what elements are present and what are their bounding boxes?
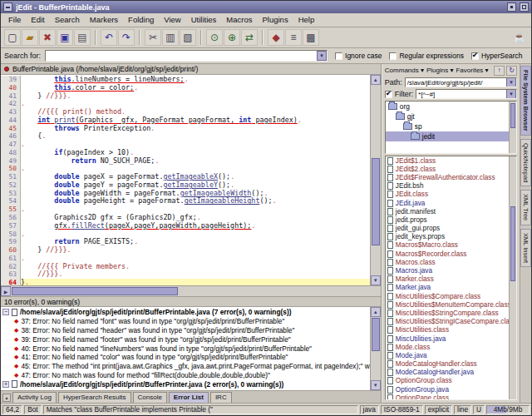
editor-vertical-scrollbar[interactable]: ▲ ▼ <box>370 75 381 285</box>
tree-node-jedit[interactable]: jedit <box>386 131 516 141</box>
filter-combo[interactable]: *[^~#] ▼ <box>416 89 517 99</box>
vertical-scrollbar-thumb[interactable] <box>372 158 380 245</box>
code-line[interactable]: 60 } //}}}. <box>1 246 370 255</box>
file-item[interactable]: MiscUtilities$StringCompare.class <box>386 309 516 317</box>
code-line[interactable]: 41 } //}}}. <box>1 92 370 101</box>
file-item[interactable]: MiscUtilities$StringICaseCompare.class <box>386 318 516 326</box>
file-item[interactable]: ModeCatalogHandler.class <box>386 360 516 369</box>
menu-folding[interactable]: Folding <box>123 13 159 27</box>
find-next-icon[interactable]: ⊕ <box>224 29 240 46</box>
file-item[interactable]: MiscUtilities$MenuItemCompare.class <box>386 300 516 309</box>
file-item[interactable]: Macros.java <box>386 266 516 275</box>
memory-status[interactable]: 4Mb/9Mb <box>486 405 530 414</box>
open-file-icon[interactable]: ▰ <box>22 29 38 46</box>
undo-icon[interactable]: ↶ <box>101 29 117 46</box>
tab-hypersearch-results[interactable]: HyperSearch Results <box>58 392 131 403</box>
fsb-menu-plugins[interactable]: Plugins ▾ <box>426 67 453 74</box>
file-item[interactable]: jedit_gui.props <box>386 225 516 233</box>
file-list-scrollbar-thumb[interactable] <box>510 206 515 281</box>
code-line[interactable]: 64}. <box>1 279 370 285</box>
menu-help[interactable]: Help <box>293 13 320 27</box>
file-item[interactable]: OptionPane.class <box>386 394 516 400</box>
file-item[interactable]: JEdit$2.class <box>386 165 516 173</box>
tree-node-org[interactable]: org <box>386 102 516 111</box>
file-item[interactable]: jedit.manifest <box>386 207 516 215</box>
tree-scrollbar[interactable] <box>509 102 516 153</box>
plugin-manager-icon[interactable]: ▩ <box>303 29 319 46</box>
code-line[interactable]: 63 //}}}. <box>1 270 370 279</box>
menu-file[interactable]: File <box>3 13 26 27</box>
horizontal-scrollbar-thumb[interactable] <box>12 287 178 295</box>
error-row[interactable]: ◆38: Error: No field named "header" was … <box>1 326 370 335</box>
code-line[interactable]: 57 gfx.fillRect(pageX,pageY,pageWidth,pa… <box>1 222 370 230</box>
window-menu-icon[interactable] <box>3 2 12 12</box>
cut-icon[interactable]: ✂ <box>145 29 161 46</box>
dock-popup-button[interactable]: ▲ <box>2 394 11 402</box>
dock-tab-file-system-browser[interactable]: File System Browser <box>520 66 531 136</box>
file-item[interactable]: OptionGroup.class <box>386 377 516 385</box>
dock-tab-xml-tree[interactable]: XML Tree <box>520 190 531 225</box>
file-item[interactable]: MiscUtilities.class <box>386 326 516 334</box>
file-item[interactable]: Mode.class <box>386 343 516 351</box>
menu-markers[interactable]: Markers <box>85 13 123 27</box>
minimize-button[interactable] <box>507 2 516 12</box>
file-item[interactable]: OptionGroup.java <box>386 385 516 394</box>
menu-search[interactable]: Search <box>50 13 85 27</box>
error-row[interactable]: ◆39: Error: No field named "footer" was … <box>1 334 370 344</box>
jedit-logo-icon[interactable]: ☕ <box>511 29 528 46</box>
menu-plugins[interactable]: Plugins <box>257 13 293 27</box>
path-dropdown-icon[interactable]: ▼ <box>506 77 516 87</box>
code-line[interactable]: 54 double pageHeight = pageFormat.getIma… <box>1 197 370 206</box>
file-list-scrollbar[interactable] <box>509 156 516 399</box>
tree-node-sp[interactable]: sp <box>386 121 516 131</box>
file-item[interactable]: Macros.class <box>386 258 516 266</box>
maximize-button[interactable] <box>520 2 529 12</box>
redo-icon[interactable]: ↷ <box>118 29 135 46</box>
search-history-arrow-icon[interactable]: ▼ <box>317 51 327 61</box>
file-item[interactable]: MiscUtilities$Compare.class <box>386 292 516 300</box>
find-icon[interactable]: ⊙ <box>206 29 223 46</box>
checkbox-hypersearch[interactable]: ✔HyperSearch <box>471 52 523 60</box>
file-item[interactable]: Marker.class <box>386 275 516 284</box>
save-file-icon[interactable]: ▣ <box>57 29 73 46</box>
editor-horizontal-scrollbar[interactable]: ◀ ▶ <box>1 285 381 296</box>
tree-scrollbar-thumb[interactable] <box>510 103 515 128</box>
error-list-scrollbar[interactable]: ▲ ▼ <box>370 307 381 390</box>
add-marker-icon[interactable]: ◆ <box>268 29 284 46</box>
print-icon[interactable]: ▤ <box>74 29 91 46</box>
tab-error-list[interactable]: Error List <box>169 392 209 403</box>
tab-activity-log[interactable]: Activity Log <box>12 392 57 403</box>
error-row[interactable]: ◆37: Error: No field named "font" was fo… <box>1 317 370 326</box>
tab-console[interactable]: Console <box>133 392 167 403</box>
tree-node-gjt[interactable]: gjt <box>386 111 516 121</box>
error-row[interactable]: ◆45: Error: The method "int print(java.a… <box>1 362 370 371</box>
code-line[interactable]: 46 {. <box>1 132 370 141</box>
code-line[interactable]: 49 return NO_SUCH_PAGE;. <box>1 157 370 166</box>
file-item[interactable]: Mode.java <box>386 351 516 359</box>
menu-edit[interactable]: Edit <box>26 13 49 27</box>
buffer-switcher[interactable]: BufferPrintable.java (/home/slava/jEdit/… <box>1 64 381 75</box>
file-item[interactable]: JEdit.java <box>386 199 516 207</box>
error-file-row[interactable]: −/home/slava/jEdit/org/gjt/sp/jedit/prin… <box>1 308 370 317</box>
tab-irc[interactable]: IRC <box>210 392 232 403</box>
file-item[interactable]: Macros$Macro.class <box>386 241 516 250</box>
path-combo[interactable]: /slava/jEdit/org/gjt/sp/jedit/ ▼ <box>405 77 517 87</box>
error-row[interactable]: ◆41: Error: No field named "color" was f… <box>1 353 370 362</box>
scroll-right-icon[interactable]: ▶ <box>1 286 11 296</box>
dock-tab-quicknotepad[interactable]: QuickNotepad <box>520 139 531 187</box>
code-area[interactable]: 39 this.lineNumbers = lineNumbers;.40 th… <box>1 75 370 285</box>
scroll-up-icon[interactable]: ▲ <box>371 75 381 85</box>
checkbox-ignore-case[interactable]: Ignore case <box>335 52 382 60</box>
buffer-options-icon[interactable]: ≡ <box>285 29 302 46</box>
error-scroll-down-icon[interactable]: ▼ <box>371 380 381 390</box>
error-file-row[interactable]: +/home/slava/jEdit/org/gjt/sp/jedit/prin… <box>1 379 370 389</box>
error-scrollbar-thumb[interactable] <box>372 318 380 351</box>
file-item[interactable]: MiscUtilities.java <box>386 334 516 343</box>
error-row[interactable]: ◆40: Error: No field named "lineNumbers"… <box>1 344 370 353</box>
file-item[interactable]: Marker.java <box>386 284 516 292</box>
dock-tab-xml-insert[interactable]: XML Insert <box>520 229 531 267</box>
checkbox-hypersearch-box[interactable]: ✔ <box>471 52 479 60</box>
file-item[interactable]: jedit_keys.props <box>386 233 516 241</box>
file-item[interactable]: JEdit.class <box>386 191 516 199</box>
checkbox-regular-expressions-box[interactable] <box>389 52 397 60</box>
